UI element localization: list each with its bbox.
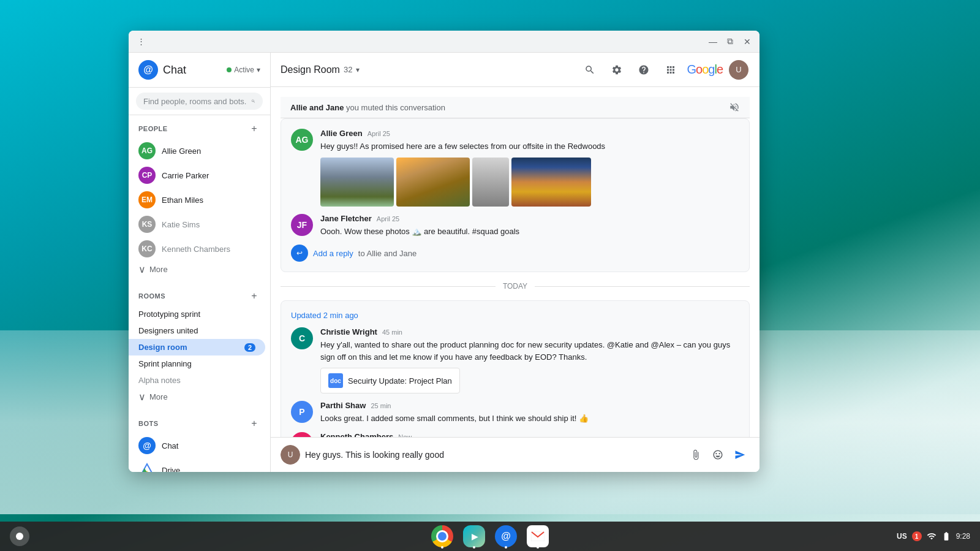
muted-text: Allie and Jane you muted this conversati…	[290, 103, 445, 112]
help-button[interactable]	[633, 59, 655, 81]
kenneth-chambers-meta: Kenneth Chambers Now	[320, 432, 739, 438]
attach-icon	[690, 449, 701, 460]
carrie-parker-avatar: CP	[138, 167, 156, 184]
prototyping-sprint-name: Prototyping sprint	[138, 310, 255, 319]
reply-container: ↩ Add a reply to Allie and Jane	[291, 245, 739, 262]
message-thread-today: Updated 2 min ago C Christie Wright 45 m…	[281, 300, 750, 437]
people-section: PEOPLE + AG Allie Green CP Carrie Parker…	[129, 115, 270, 283]
rooms-more-button[interactable]: ∨ More	[129, 389, 270, 405]
sidebar-item-designers-united[interactable]: Designers united	[129, 322, 265, 339]
wifi-icon	[927, 531, 937, 541]
attach-button[interactable]	[686, 445, 706, 465]
message-input[interactable]	[305, 450, 681, 460]
sidebar-item-ethan-miles[interactable]: EM Ethan Miles	[129, 188, 265, 212]
add-person-button[interactable]: +	[248, 123, 260, 135]
maximize-button[interactable]: ⧉	[723, 34, 737, 49]
sidebar-item-katie-sims[interactable]: KS Katie Sims	[129, 212, 265, 237]
search-input-wrapper[interactable]	[136, 93, 263, 110]
active-label: Active	[234, 66, 254, 74]
designers-united-name: Designers united	[138, 326, 255, 335]
apps-button[interactable]	[660, 59, 682, 81]
people-section-header: PEOPLE +	[129, 120, 270, 137]
message-parthi-shaw: P Parthi Shaw 25 min Looks great. I adde…	[291, 401, 739, 425]
room-dropdown-icon: ▾	[356, 66, 360, 74]
messages-area[interactable]: Allie and Jane you muted this conversati…	[271, 87, 760, 437]
battery-icon	[941, 531, 951, 541]
profile-avatar-button[interactable]: U	[728, 59, 750, 81]
parthi-shaw-text: Looks great. I added some small comments…	[320, 412, 739, 425]
photo-1[interactable]	[320, 158, 394, 207]
minimize-button[interactable]: —	[706, 34, 720, 49]
chrome-taskbar-icon[interactable]	[431, 525, 453, 547]
sidebar-item-sprint-planning[interactable]: Sprint planning	[129, 355, 265, 372]
jane-fletcher-avatar: JF	[291, 214, 313, 236]
christie-wright-meta: Christie Wright 45 min	[320, 327, 739, 336]
chat-taskbar-icon[interactable]: @	[495, 525, 517, 547]
design-room-name: Design room	[138, 343, 238, 352]
active-indicator	[227, 67, 232, 72]
send-button[interactable]	[730, 445, 750, 465]
sidebar-item-allie-green[interactable]: AG Allie Green	[129, 139, 265, 163]
app-logo: @	[138, 60, 158, 80]
close-button[interactable]: ✕	[740, 34, 755, 49]
updated-banner: Updated 2 min ago	[291, 311, 739, 320]
add-room-button[interactable]: +	[248, 290, 260, 302]
notification-badge[interactable]: 1	[912, 531, 922, 541]
rooms-more-label: More	[149, 392, 168, 401]
search-header-icon	[584, 64, 595, 75]
allie-green-avatar: AG	[138, 142, 156, 159]
search-input[interactable]	[143, 97, 246, 106]
reply-icon: ↩	[291, 245, 308, 262]
file-attachment[interactable]: doc Secuirty Update: Project Plan	[320, 368, 460, 393]
google-logo: Google	[687, 63, 723, 77]
search-button[interactable]	[579, 59, 601, 81]
chat-bot-name: Chat	[162, 441, 255, 450]
christie-wright-avatar: C	[291, 327, 313, 349]
sidebar-item-drive-bot[interactable]: Drive	[129, 458, 265, 472]
sidebar: @ Chat Active P	[129, 53, 271, 472]
app-title: Chat	[163, 64, 186, 77]
title-bar-more[interactable]: ⋮	[134, 34, 148, 49]
ethan-miles-name: Ethan Miles	[162, 196, 255, 205]
message-thread-1: AG Allie Green April 25 Hey guys!! As pr…	[281, 118, 750, 272]
add-bot-button[interactable]: +	[248, 417, 260, 430]
active-status-button[interactable]: Active	[227, 66, 260, 74]
sidebar-item-kenneth-chambers[interactable]: KC Kenneth Chambers	[129, 237, 265, 261]
parthi-shaw-meta: Parthi Shaw 25 min	[320, 401, 739, 410]
katie-sims-name: Katie Sims	[162, 220, 255, 229]
emoji-button[interactable]	[708, 445, 728, 465]
add-reply-link[interactable]: Add a reply	[313, 249, 353, 258]
country-label: US	[897, 532, 907, 541]
sidebar-search-container	[129, 88, 270, 115]
send-icon	[734, 449, 745, 460]
allie-green-time: April 25	[368, 130, 390, 137]
kenneth-chambers-avatar: KC	[138, 240, 156, 257]
photo-3[interactable]	[472, 158, 509, 207]
taskbar-right: US 1 9:28	[897, 531, 970, 541]
mute-icon	[729, 102, 740, 113]
room-name-button[interactable]: Design Room 32 ▾	[281, 64, 360, 75]
gmail-icon	[527, 525, 549, 547]
rooms-section-label: ROOMS	[138, 292, 165, 300]
sidebar-item-alpha-notes[interactable]: Alpha notes	[129, 372, 265, 389]
launcher-button[interactable]	[10, 526, 29, 546]
rooms-chevron-icon: ∨	[138, 391, 146, 403]
photo-2[interactable]	[396, 158, 470, 207]
sidebar-item-chat-bot[interactable]: @ Chat	[129, 433, 265, 458]
settings-button[interactable]	[606, 59, 628, 81]
user-avatar: U	[729, 60, 748, 80]
sidebar-item-prototyping-sprint[interactable]: Prototyping sprint	[129, 306, 265, 322]
play-store-taskbar-icon[interactable]	[463, 525, 485, 547]
bots-section-header: BOTS +	[129, 415, 270, 432]
gmail-taskbar-icon[interactable]	[527, 525, 549, 547]
sidebar-item-design-room[interactable]: Design room 2	[129, 339, 265, 355]
chrome-active-dot	[441, 546, 443, 549]
christie-wright-text: Hey y'all, wanted to share out the produ…	[320, 339, 739, 363]
allie-green-meta: Allie Green April 25	[320, 129, 739, 138]
people-more-button[interactable]: ∨ More	[129, 261, 270, 278]
message-christie-wright: C Christie Wright 45 min Hey y'all, want…	[291, 327, 739, 393]
search-icon	[251, 96, 255, 106]
sidebar-item-carrie-parker[interactable]: CP Carrie Parker	[129, 163, 265, 188]
parthi-shaw-avatar: P	[291, 401, 313, 423]
photo-4[interactable]	[511, 158, 591, 207]
